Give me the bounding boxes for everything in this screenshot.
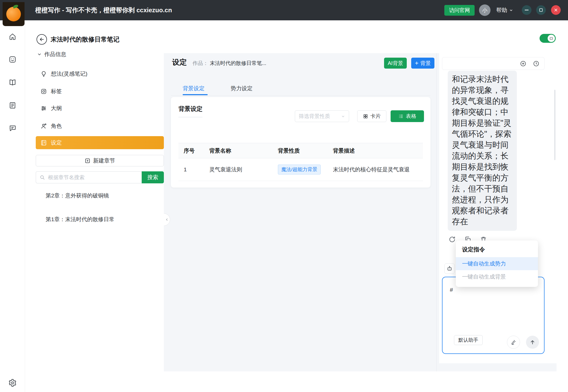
- settings-gear-icon[interactable]: [6, 377, 19, 389]
- new-chapter-button[interactable]: 新建章节: [36, 155, 164, 166]
- sidebar-item-settings[interactable]: 设定: [36, 136, 164, 149]
- outline-icon: [40, 105, 47, 112]
- idea-bulb-icon: [40, 71, 47, 77]
- col-header-index: 序号: [178, 147, 204, 154]
- menu-item-generate-factions[interactable]: 一键自动生成势力: [456, 257, 538, 270]
- filter-nature-select[interactable]: 筛选背景性质: [295, 110, 349, 122]
- maximize-button[interactable]: [536, 5, 546, 15]
- chapter-item[interactable]: 第2章：意外获得的破铜镜: [36, 190, 161, 201]
- plus-icon: +: [415, 60, 418, 66]
- bookshelf-icon[interactable]: [6, 76, 19, 89]
- sidebar-item-tags[interactable]: 标签: [36, 85, 164, 98]
- visit-site-button[interactable]: 访问官网: [444, 5, 475, 16]
- chevron-left-icon: [165, 218, 169, 222]
- chevron-down-icon: [509, 8, 513, 12]
- search-button[interactable]: 搜索: [142, 171, 164, 183]
- back-arrow-icon: [39, 37, 45, 42]
- work-name: 末法时代的散修日常笔...: [210, 60, 266, 67]
- chapter-item[interactable]: 第1章：末法时代的散修日常: [36, 214, 161, 225]
- assistant-message-bubble: 和记录末法时代的异常现象，寻找灵气衰退的规律和突破口；中期目标是验证"灵气循环论…: [448, 71, 517, 231]
- reading-icon[interactable]: [6, 99, 19, 112]
- document-title: 末法时代的散修日常笔记: [51, 35, 119, 44]
- sidebar-item-outline[interactable]: 大纲: [36, 102, 164, 114]
- minimize-button[interactable]: [522, 5, 531, 15]
- back-button[interactable]: [37, 34, 47, 45]
- view-card-button[interactable]: 卡片: [357, 110, 386, 122]
- grid-icon: [363, 114, 368, 119]
- section-label: 作品信息: [44, 51, 66, 58]
- user-avatar[interactable]: 小: [479, 4, 491, 16]
- sidebar-item-ideas[interactable]: 想法(灵感笔记): [36, 68, 164, 80]
- row-index: 1: [178, 166, 204, 173]
- orange-logo-icon: [6, 7, 21, 21]
- ai-background-button[interactable]: AI背景: [384, 58, 407, 69]
- new-session-icon[interactable]: [520, 60, 527, 67]
- close-icon: [554, 8, 558, 12]
- feedback-icon[interactable]: [6, 53, 19, 66]
- view-table-button[interactable]: 表格: [391, 110, 424, 122]
- work-label: 作品：: [193, 60, 208, 67]
- background-table: 序号 背景名称 背景性质 背景描述 1 灵气衰退法则 魔法/超能力背景 末法时代…: [178, 143, 423, 181]
- list-icon: [398, 114, 404, 119]
- chat-input-value[interactable]: #: [450, 287, 453, 293]
- add-background-button[interactable]: + 背景: [411, 58, 434, 69]
- character-icon: [40, 123, 47, 129]
- app-logo: [3, 2, 25, 26]
- tag-icon: [40, 88, 47, 95]
- history-icon[interactable]: [533, 60, 540, 67]
- sidebar-item-label: 标签: [51, 88, 62, 95]
- clean-icon: [510, 339, 517, 345]
- assistant-message: 和记录末法时代的异常现象，寻找灵气衰退的规律和突破口；中期目标是验证"灵气循环论…: [452, 74, 513, 227]
- assistant-selector-chip[interactable]: 默认助手: [454, 335, 483, 345]
- chapter-search-input[interactable]: [36, 171, 142, 183]
- sidebar-item-label: 角色: [51, 122, 62, 130]
- ai-chat-panel: 和记录末法时代的异常现象，寻找灵气衰退的规律和突破口；中期目标是验证"灵气循环论…: [439, 53, 557, 363]
- home-icon[interactable]: [6, 30, 19, 43]
- chevron-down-icon: [341, 114, 345, 118]
- regenerate-icon[interactable]: [449, 236, 456, 243]
- send-up-icon: [529, 339, 536, 345]
- chevron-down-icon: [37, 52, 42, 57]
- help-label: 帮助: [496, 7, 507, 14]
- tab-faction-settings[interactable]: 势力设定: [231, 83, 253, 94]
- row-description: 末法时代的核心特征是灵气衰退: [328, 166, 423, 173]
- card-title: 背景设定: [178, 105, 202, 117]
- tabs-divider: [171, 95, 431, 95]
- sidebar-item-label: 设定: [51, 139, 62, 146]
- send-button[interactable]: [526, 336, 539, 349]
- chat-scrollbar-thumb[interactable]: [554, 90, 555, 160]
- chat-toolbar: [442, 57, 545, 70]
- clean-button[interactable]: [507, 336, 520, 349]
- panel-divider: [437, 53, 437, 371]
- header-toggle[interactable]: [540, 34, 556, 43]
- help-menu[interactable]: 帮助: [496, 0, 513, 20]
- col-header-nature: 背景性质: [273, 147, 328, 154]
- project-panel: 末法时代的散修日常笔记 作品信息 想法(灵感笔记) 标签 大纲 角色 设定 新建…: [25, 20, 164, 392]
- add-box-icon: [85, 158, 91, 164]
- page-title: 设定: [172, 57, 187, 67]
- maximize-icon: [539, 8, 543, 12]
- row-name: 灵气衰退法则: [204, 166, 273, 173]
- minimize-icon: [525, 10, 529, 10]
- dialog-icon[interactable]: [6, 122, 19, 135]
- search-icon: [39, 174, 45, 180]
- bot-avatar-icon: [444, 263, 455, 274]
- chapter-search: 搜索: [36, 171, 164, 183]
- table-header-row: 序号 背景名称 背景性质 背景描述: [178, 143, 423, 158]
- menu-item-generate-backgrounds[interactable]: 一键自动生成背景: [456, 270, 538, 283]
- sidebar-item-label: 大纲: [51, 105, 62, 112]
- toggle-knob-icon: [548, 35, 555, 42]
- command-menu-popup: 设定指令 一键自动生成势力 一键自动生成背景: [456, 240, 538, 287]
- tab-background-settings[interactable]: 背景设定: [183, 83, 205, 94]
- sidebar-item-characters[interactable]: 角色: [36, 120, 164, 132]
- titlebar: 橙橙写作 - 写作不卡壳，橙橙帮你剥 ccxiezuo.cn 访问官网 小 帮助: [0, 0, 568, 20]
- table-row[interactable]: 1 灵气衰退法则 魔法/超能力背景 末法时代的核心特征是灵气衰退: [178, 158, 423, 181]
- chat-input-box[interactable]: # 默认助手: [442, 277, 545, 354]
- section-work-info[interactable]: 作品信息: [37, 51, 66, 58]
- col-header-name: 背景名称: [204, 147, 273, 154]
- work-info: 作品： 末法时代的散修日常笔...: [193, 60, 266, 67]
- sidebar-item-label: 想法(灵感笔记): [51, 70, 87, 77]
- app-window: 橙橙写作 - 写作不卡壳，橙橙帮你剥 ccxiezuo.cn 访问官网 小 帮助: [0, 0, 568, 392]
- setting-script-icon: [40, 140, 47, 146]
- close-button[interactable]: [551, 5, 561, 15]
